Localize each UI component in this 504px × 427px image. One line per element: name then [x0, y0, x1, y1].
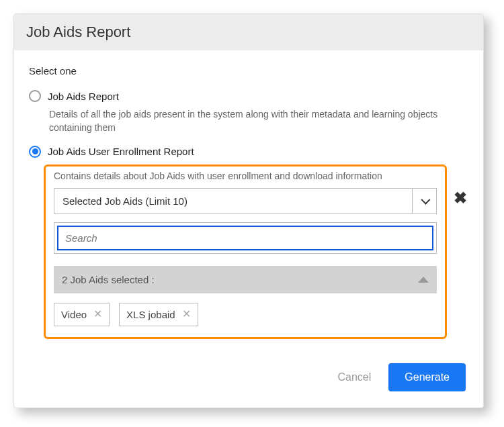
radio-option-job-aids-report[interactable]: Job Aids Report — [29, 90, 468, 102]
dialog-body: Select one Job Aids Report Details of al… — [14, 50, 483, 346]
search-input[interactable] — [57, 226, 433, 250]
selected-count-bar[interactable]: 2 Job Aids selected : — [54, 266, 437, 293]
enrollment-config-panel: Contains details about Job Aids with use… — [44, 164, 447, 339]
chip-label: XLS jobaid — [126, 309, 175, 320]
select-one-label: Select one — [29, 65, 468, 77]
selected-chips: Video ✕ XLS jobaid ✕ — [54, 303, 437, 326]
chevron-down-icon — [412, 189, 436, 214]
radio-desc-job-aids-report: Details of all the job aids present in t… — [49, 107, 468, 135]
dialog-title: Job Aids Report — [14, 14, 483, 50]
selected-count-label: 2 Job Aids selected : — [62, 274, 155, 285]
clear-selection-icon[interactable]: ✖ — [452, 190, 468, 206]
job-aids-report-dialog: Job Aids Report Select one Job Aids Repo… — [13, 13, 484, 408]
generate-button[interactable]: Generate — [388, 363, 466, 391]
radio-label: Job Aids Report — [48, 91, 119, 102]
dialog-footer: Cancel Generate — [14, 346, 483, 408]
radio-icon — [29, 90, 41, 102]
chip-video: Video ✕ — [54, 303, 110, 326]
dropdown-label: Selected Job Aids (Limit 10) — [54, 189, 412, 214]
remove-chip-icon[interactable]: ✕ — [93, 309, 102, 320]
chip-label: Video — [61, 309, 87, 320]
chip-xls-jobaid: XLS jobaid ✕ — [119, 303, 198, 326]
remove-chip-icon[interactable]: ✕ — [182, 309, 191, 320]
radio-option-user-enrollment[interactable]: Job Aids User Enrollment Report — [29, 146, 468, 158]
radio-desc-user-enrollment: Contains details about Job Aids with use… — [54, 171, 437, 181]
cancel-button[interactable]: Cancel — [337, 371, 371, 383]
collapse-icon — [418, 277, 429, 283]
radio-label: Job Aids User Enrollment Report — [48, 146, 194, 157]
search-container — [54, 222, 437, 254]
job-aids-dropdown[interactable]: Selected Job Aids (Limit 10) — [54, 188, 437, 214]
radio-icon — [29, 146, 41, 158]
